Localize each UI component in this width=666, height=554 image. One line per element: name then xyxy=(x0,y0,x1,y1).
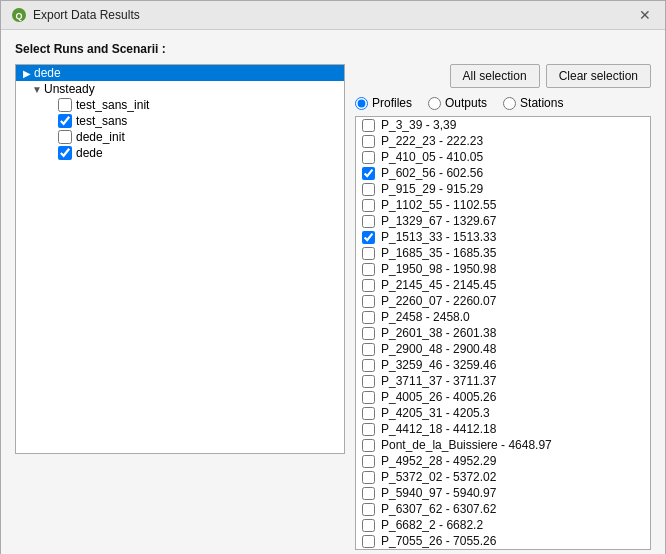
profile-checkbox-26[interactable] xyxy=(362,535,375,548)
tree-item-dede-init[interactable]: dede_init xyxy=(16,129,344,145)
tree-item-test-sans[interactable]: test_sans xyxy=(16,113,344,129)
profile-item[interactable]: P_602_56 - 602.56 xyxy=(356,165,650,181)
profile-checkbox-25[interactable] xyxy=(362,519,375,532)
profile-checkbox-14[interactable] xyxy=(362,343,375,356)
profile-label: P_1950_98 - 1950.98 xyxy=(381,262,496,276)
profile-item[interactable]: Pont_de_la_Buissiere - 4648.97 xyxy=(356,437,650,453)
profile-item[interactable]: P_1329_67 - 1329.67 xyxy=(356,213,650,229)
tree-item-test-sans-init[interactable]: test_sans_init xyxy=(16,97,344,113)
profile-checkbox-8[interactable] xyxy=(362,247,375,260)
profile-checkbox-18[interactable] xyxy=(362,407,375,420)
tree-panel[interactable]: ▶ dede ▼ Unsteady test_sans_init xyxy=(15,64,345,454)
tree-checkbox-test-sans-init[interactable] xyxy=(58,98,72,112)
profile-item[interactable]: P_2900_48 - 2900.48 xyxy=(356,341,650,357)
profile-item[interactable]: P_3711_37 - 3711.37 xyxy=(356,373,650,389)
profile-label: P_4205_31 - 4205.3 xyxy=(381,406,490,420)
profile-label: P_3711_37 - 3711.37 xyxy=(381,374,496,388)
profile-checkbox-17[interactable] xyxy=(362,391,375,404)
tree-checkbox-dede-init[interactable] xyxy=(58,130,72,144)
radio-profiles-input[interactable] xyxy=(355,97,368,110)
profile-item[interactable]: P_4412_18 - 4412.18 xyxy=(356,421,650,437)
profile-checkbox-23[interactable] xyxy=(362,487,375,500)
profile-item[interactable]: P_3_39 - 3,39 xyxy=(356,117,650,133)
dialog-content: Select Runs and Scenarii : ▶ dede ▼ Unst… xyxy=(1,30,665,554)
radio-stations[interactable]: Stations xyxy=(503,96,563,110)
export-dialog: Q Export Data Results ✕ Select Runs and … xyxy=(0,0,666,554)
top-area: ▶ dede ▼ Unsteady test_sans_init xyxy=(15,64,651,550)
radio-outputs[interactable]: Outputs xyxy=(428,96,487,110)
profile-checkbox-24[interactable] xyxy=(362,503,375,516)
profile-label: P_602_56 - 602.56 xyxy=(381,166,483,180)
profile-checkbox-2[interactable] xyxy=(362,151,375,164)
profile-checkbox-9[interactable] xyxy=(362,263,375,276)
profile-checkbox-4[interactable] xyxy=(362,183,375,196)
profile-checkbox-21[interactable] xyxy=(362,455,375,468)
profile-item[interactable]: P_6307_62 - 6307.62 xyxy=(356,501,650,517)
top-buttons: All selection Clear selection xyxy=(355,64,651,88)
profile-label: P_6682_2 - 6682.2 xyxy=(381,518,483,532)
profile-checkbox-7[interactable] xyxy=(362,231,375,244)
profile-checkbox-10[interactable] xyxy=(362,279,375,292)
tree-item-dede-child[interactable]: dede xyxy=(16,145,344,161)
profile-checkbox-22[interactable] xyxy=(362,471,375,484)
profile-item[interactable]: P_3259_46 - 3259.46 xyxy=(356,357,650,373)
profile-item[interactable]: P_2145_45 - 2145.45 xyxy=(356,277,650,293)
radio-outputs-input[interactable] xyxy=(428,97,441,110)
profile-checkbox-11[interactable] xyxy=(362,295,375,308)
profile-label: P_1513_33 - 1513.33 xyxy=(381,230,496,244)
clear-selection-button[interactable]: Clear selection xyxy=(546,64,651,88)
profile-item[interactable]: P_2601_38 - 2601.38 xyxy=(356,325,650,341)
profile-item[interactable]: P_222_23 - 222.23 xyxy=(356,133,650,149)
profile-item[interactable]: P_2260_07 - 2260.07 xyxy=(356,293,650,309)
tree-checkbox-test-sans[interactable] xyxy=(58,114,72,128)
radio-profiles[interactable]: Profiles xyxy=(355,96,412,110)
app-icon: Q xyxy=(11,7,27,23)
profile-label: P_4952_28 - 4952.29 xyxy=(381,454,496,468)
profile-label: P_1102_55 - 1102.55 xyxy=(381,198,496,212)
profile-checkbox-6[interactable] xyxy=(362,215,375,228)
profile-item[interactable]: P_4952_28 - 4952.29 xyxy=(356,453,650,469)
profile-label: P_3_39 - 3,39 xyxy=(381,118,456,132)
profile-label: Pont_de_la_Buissiere - 4648.97 xyxy=(381,438,552,452)
close-button[interactable]: ✕ xyxy=(635,8,655,22)
profile-item[interactable]: P_5940_97 - 5940.97 xyxy=(356,485,650,501)
profile-label: P_5372_02 - 5372.02 xyxy=(381,470,496,484)
profile-checkbox-0[interactable] xyxy=(362,119,375,132)
profile-checkbox-20[interactable] xyxy=(362,439,375,452)
profile-checkbox-19[interactable] xyxy=(362,423,375,436)
profile-label: P_6307_62 - 6307.62 xyxy=(381,502,496,516)
title-bar: Q Export Data Results ✕ xyxy=(1,1,665,30)
profile-item[interactable]: P_1950_98 - 1950.98 xyxy=(356,261,650,277)
profile-label: P_2900_48 - 2900.48 xyxy=(381,342,496,356)
profile-item[interactable]: P_410_05 - 410.05 xyxy=(356,149,650,165)
profile-item[interactable]: P_7055_26 - 7055.26 xyxy=(356,533,650,549)
all-selection-button[interactable]: All selection xyxy=(450,64,540,88)
radio-stations-input[interactable] xyxy=(503,97,516,110)
profiles-list[interactable]: P_3_39 - 3,39P_222_23 - 222.23P_410_05 -… xyxy=(355,116,651,550)
profile-item[interactable]: P_4205_31 - 4205.3 xyxy=(356,405,650,421)
profile-checkbox-13[interactable] xyxy=(362,327,375,340)
profile-label: P_3259_46 - 3259.46 xyxy=(381,358,496,372)
profile-item[interactable]: P_2458 - 2458.0 xyxy=(356,309,650,325)
profile-checkbox-15[interactable] xyxy=(362,359,375,372)
profile-checkbox-5[interactable] xyxy=(362,199,375,212)
profile-item[interactable]: P_1513_33 - 1513.33 xyxy=(356,229,650,245)
tree-item-dede-root[interactable]: ▶ dede xyxy=(16,65,344,81)
profile-item[interactable]: P_6682_2 - 6682.2 xyxy=(356,517,650,533)
tree-checkbox-dede[interactable] xyxy=(58,146,72,160)
profile-label: P_1329_67 - 1329.67 xyxy=(381,214,496,228)
profile-checkbox-3[interactable] xyxy=(362,167,375,180)
right-panel: All selection Clear selection Profiles O… xyxy=(355,64,651,550)
tree-label: dede xyxy=(34,66,61,80)
profile-checkbox-16[interactable] xyxy=(362,375,375,388)
profile-item[interactable]: P_1102_55 - 1102.55 xyxy=(356,197,650,213)
profile-checkbox-12[interactable] xyxy=(362,311,375,324)
tree-item-unsteady[interactable]: ▼ Unsteady xyxy=(16,81,344,97)
profile-item[interactable]: P_1685_35 - 1685.35 xyxy=(356,245,650,261)
profile-checkbox-1[interactable] xyxy=(362,135,375,148)
profile-item[interactable]: P_4005_26 - 4005.26 xyxy=(356,389,650,405)
radio-profiles-label: Profiles xyxy=(372,96,412,110)
profile-item[interactable]: P_915_29 - 915.29 xyxy=(356,181,650,197)
radio-outputs-label: Outputs xyxy=(445,96,487,110)
profile-item[interactable]: P_5372_02 - 5372.02 xyxy=(356,469,650,485)
